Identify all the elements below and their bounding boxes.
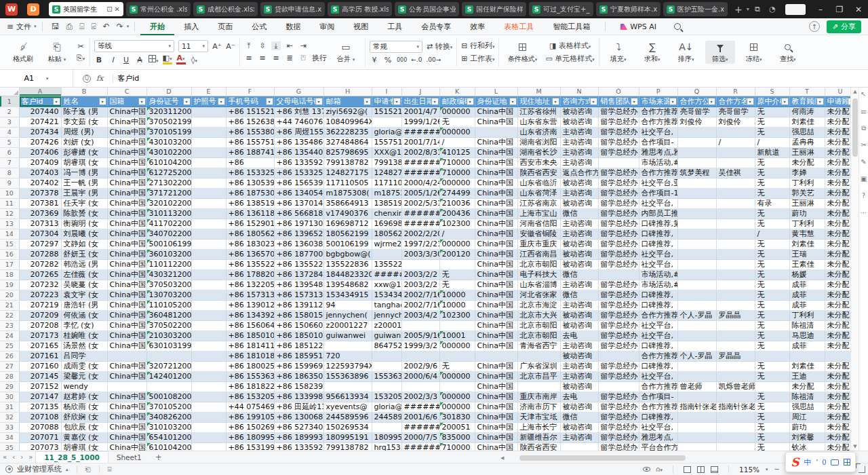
cell-T9[interactable]: 丁利利	[789, 178, 825, 188]
cell-M26[interactable]	[517, 351, 560, 361]
cell-I35[interactable]: hrq153199	[372, 442, 401, 451]
cell-H18[interactable]: 18448233200000@qq	[323, 269, 372, 280]
cell-P6[interactable]: 雅思考点,雅	[639, 147, 677, 157]
cell-K23[interactable]	[439, 320, 475, 330]
cell-M30[interactable]: 重庆市南岸	[517, 392, 560, 402]
cell-M19[interactable]: 山东省淄博	[517, 280, 560, 290]
chevron-up-icon[interactable]: ▴	[66, 467, 68, 472]
cell-B4[interactable]: 周煜 (男)	[61, 127, 107, 137]
row-header-4[interactable]: 4	[0, 127, 19, 137]
cell-T19[interactable]: 成菲	[789, 280, 825, 290]
cell-Q6[interactable]	[677, 147, 716, 157]
cell-L12[interactable]: China中国	[475, 208, 517, 218]
split-view-icon[interactable]	[697, 466, 705, 473]
cell-O6[interactable]: 留学总经办	[598, 147, 639, 157]
cell-D10[interactable]: 371721200501264452	[146, 188, 191, 198]
cell-L2[interactable]: China中国	[475, 107, 517, 117]
cell-R5[interactable]: /	[716, 137, 755, 147]
more-icon[interactable]: ⋯	[861, 209, 867, 217]
cell-S7[interactable]: 无	[755, 157, 789, 168]
eraser-button[interactable]: ◊▾	[190, 56, 199, 64]
cell-H8[interactable]: 124827175	[323, 168, 372, 178]
doc-tab[interactable]: S国任财产保险样本.x	[462, 2, 526, 16]
cell-D18[interactable]: 430321200211140121	[146, 269, 191, 280]
cell-K33[interactable]: 200051	[439, 422, 475, 432]
header-cell-H[interactable]: 邮箱▾	[323, 96, 372, 107]
column-header-J[interactable]: J	[401, 88, 439, 96]
cell-P14[interactable]: 口碑推荐,	[639, 229, 677, 239]
cell-J7[interactable]: ########	[401, 157, 439, 168]
cell-F19[interactable]: +86 13220522	[226, 280, 274, 290]
cell-I2[interactable]: 151521001	[372, 107, 401, 117]
cell-L23[interactable]: China中国	[475, 320, 517, 330]
cell-J6[interactable]: 2002/8/31	[401, 147, 439, 157]
cell-R15[interactable]	[716, 239, 755, 249]
cell-L20[interactable]: China中国	[475, 290, 517, 300]
row-header-34[interactable]: 34	[0, 432, 19, 442]
cell-F15[interactable]: +86 18302388	[226, 239, 274, 249]
cell-M8[interactable]: 陕西省西安	[517, 168, 560, 178]
cell-K17[interactable]	[439, 259, 475, 269]
cell-H21[interactable]: 94	[323, 300, 372, 310]
row-header-7[interactable]: 7	[0, 157, 19, 168]
cell-K10[interactable]: 274499	[439, 188, 475, 198]
column-header-S[interactable]: S	[755, 88, 789, 96]
cell-L14[interactable]: China中国	[475, 229, 517, 239]
fill-color-button[interactable]: ◧▾	[163, 55, 172, 64]
cell-T25[interactable]: 成菲	[789, 341, 825, 351]
cell-L27[interactable]: China中国	[475, 361, 517, 371]
cell-S12[interactable]: 无	[755, 208, 789, 218]
header-cell-E[interactable]: 护照号▾	[191, 96, 226, 107]
cell-S34[interactable]: 无	[755, 432, 789, 442]
cell-T11[interactable]: 王丽淋	[789, 198, 825, 208]
cell-D23[interactable]: 370502200012272047	[146, 320, 191, 330]
tab-审阅[interactable]: 审阅	[310, 18, 344, 35]
cell-I33[interactable]	[372, 422, 401, 432]
cell-R29[interactable]: 凯烁曾老师	[716, 381, 755, 392]
cell-F7[interactable]: +86	[226, 157, 274, 168]
cell-Q26[interactable]: 个人-罗晶	[677, 351, 716, 361]
cell-C21[interactable]: China中国	[107, 300, 146, 310]
cell-C8[interactable]: China中国	[107, 168, 146, 178]
cell-I10[interactable]: m1875308(	[372, 188, 401, 198]
cell-K20[interactable]: 10000	[439, 290, 475, 300]
cell-U7[interactable]: 未分配	[825, 157, 850, 168]
cell-I25[interactable]: 864752343	[372, 341, 401, 351]
cell-B32[interactable]: 舒欣娴 (女	[61, 412, 107, 422]
cell-M32[interactable]: 天津市宝坻	[517, 412, 560, 422]
column-header-K[interactable]: K	[439, 88, 475, 96]
cell-F11[interactable]: +86 13851932	[226, 198, 274, 208]
cell-Q17[interactable]	[677, 259, 716, 269]
increase-indent-icon[interactable]: ⇥	[298, 41, 308, 50]
share-button[interactable]: ⇗ 分享	[827, 20, 861, 33]
cell-N22[interactable]: 被动咨询	[560, 310, 598, 320]
cell-C10[interactable]: China中国	[107, 188, 146, 198]
filter-dropdown-icon[interactable]: ▾	[509, 98, 517, 105]
cell-T30[interactable]: 陈祖清	[789, 392, 825, 402]
cell-R17[interactable]	[716, 259, 755, 269]
cell-T24[interactable]: 马思迪	[789, 330, 825, 341]
cell-R26[interactable]: 罗晶晶	[716, 351, 755, 361]
cell-N12[interactable]: 微信	[560, 208, 598, 218]
cell-S8[interactable]: 无	[755, 168, 789, 178]
cell-A33[interactable]: 207088	[19, 422, 61, 432]
ime-menu-icon[interactable]	[844, 459, 850, 466]
conditional-format-button[interactable]: 条件格式▾	[503, 41, 541, 64]
cell-E12[interactable]	[191, 208, 226, 218]
rows-cols-button[interactable]: ⊟ 行和列▾	[461, 41, 494, 51]
cell-O26[interactable]	[598, 351, 639, 361]
save-icon[interactable]: 🖫	[52, 22, 60, 31]
cell-H35[interactable]: 799138782	[323, 442, 372, 451]
cell-C25[interactable]: China中国	[107, 341, 146, 351]
cell-I27[interactable]	[372, 361, 401, 371]
tab-页面[interactable]: 页面	[208, 18, 242, 35]
cell-N17[interactable]: 被动咨询	[560, 259, 598, 269]
cell-U26[interactable]	[825, 351, 850, 361]
cell-B35[interactable]: 胡睿琪 (女	[61, 442, 107, 451]
cell-S16[interactable]: 无	[755, 249, 789, 259]
cell-M21[interactable]: 北京市海淀	[517, 300, 560, 310]
cell-C27[interactable]: China中国	[107, 361, 146, 371]
cell-G29[interactable]: +86 1582391866	[274, 381, 323, 392]
cell-P33[interactable]: 社交平台,	[639, 422, 677, 432]
cell-N25[interactable]: 主动咨询	[560, 341, 598, 351]
